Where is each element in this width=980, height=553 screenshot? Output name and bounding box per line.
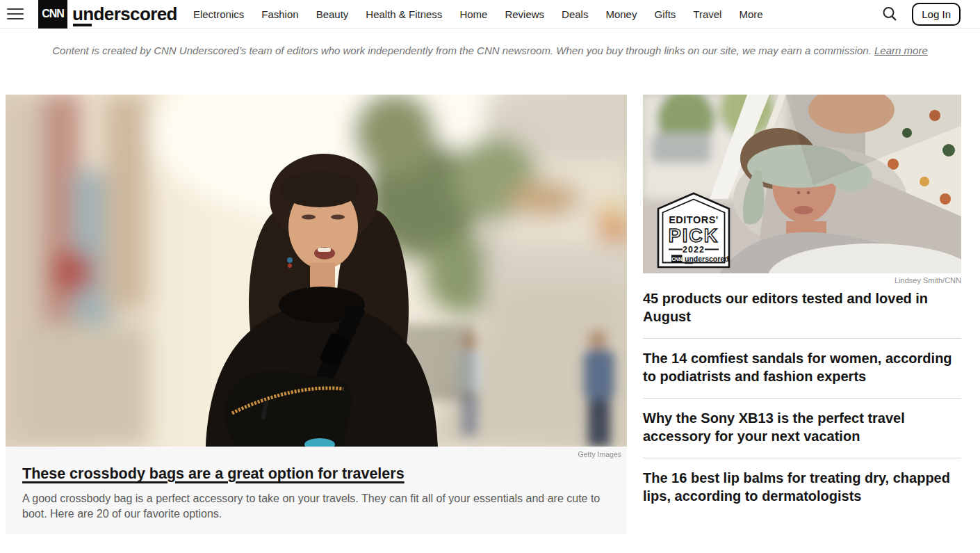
affiliate-disclaimer: Content is created by CNN Underscored’s … [0,45,980,56]
header-right: Log In [881,3,980,26]
brand-logo[interactable]: CNN underscored [38,0,177,29]
primary-nav: Electronics Fashion Beauty Health & Fitn… [193,8,763,20]
hero-image-credit: Getty Images [578,450,621,458]
brand-name-wrap: underscored [72,0,177,29]
sidebar-headline-2[interactable]: The 14 comfiest sandals for women, accor… [643,349,961,385]
nav-item-health-fitness[interactable]: Health & Fitness [366,8,442,20]
nav-item-travel[interactable]: Travel [693,8,721,20]
sidebar-headline-1[interactable]: 45 products our editors tested and loved… [643,289,961,326]
hero-headline[interactable]: These crossbody bags are a great option … [22,465,405,483]
top-stories-sidebar: EDITORS' PICK 2022 CNN underscored Linds… [643,95,961,518]
nav-item-fashion[interactable]: Fashion [261,8,298,20]
learn-more-link[interactable]: Learn more [874,45,928,56]
cnn-logo: CNN [38,0,67,29]
hero-description: A good crossbody bag is a perfect access… [22,491,610,522]
nav-item-electronics[interactable]: Electronics [193,8,244,20]
sidebar-image-credit: Lindsey Smith/CNN [643,276,961,285]
nav-item-money[interactable]: Money [605,8,637,20]
sidebar-divider [643,338,961,339]
brand-name: underscored [72,5,177,23]
login-button[interactable]: Log In [912,3,961,26]
svg-text:underscored: underscored [685,255,729,263]
hamburger-menu-icon[interactable] [7,6,24,22]
nav-item-beauty[interactable]: Beauty [316,8,349,20]
main-content: Getty Images These crossbody bags are a … [0,56,980,534]
hero-article-image[interactable] [6,95,627,447]
hero-article-card: Getty Images These crossbody bags are a … [6,447,627,534]
nav-item-deals[interactable]: Deals [562,8,588,20]
sidebar-article-image[interactable]: EDITORS' PICK 2022 CNN underscored [643,95,961,273]
nav-item-gifts[interactable]: Gifts [654,8,676,20]
badge-cnn-underscored-logo: CNN underscored [671,255,729,264]
nav-item-more[interactable]: More [739,8,762,20]
top-nav-bar: CNN underscored Electronics Fashion Beau… [0,0,980,29]
svg-text:2022: 2022 [683,245,705,255]
search-icon[interactable] [881,6,898,22]
brand-underline [73,24,92,26]
disclaimer-text: Content is created by CNN Underscored’s … [52,45,874,56]
editors-pick-badge: EDITORS' PICK 2022 CNN underscored [657,192,730,269]
hero-article: Getty Images These crossbody bags are a … [6,95,627,534]
nav-item-home[interactable]: Home [459,8,487,20]
svg-text:CNN: CNN [671,257,682,262]
sidebar-divider [643,458,961,458]
nav-item-reviews[interactable]: Reviews [505,8,544,20]
svg-text:PICK: PICK [669,225,719,246]
sidebar-headline-4[interactable]: The 16 best lip balms for treating dry, … [643,469,961,505]
sidebar-divider [643,398,961,399]
sidebar-headline-3[interactable]: Why the Sony XB13 is the perfect travel … [643,409,961,445]
svg-text:EDITORS': EDITORS' [669,214,719,225]
